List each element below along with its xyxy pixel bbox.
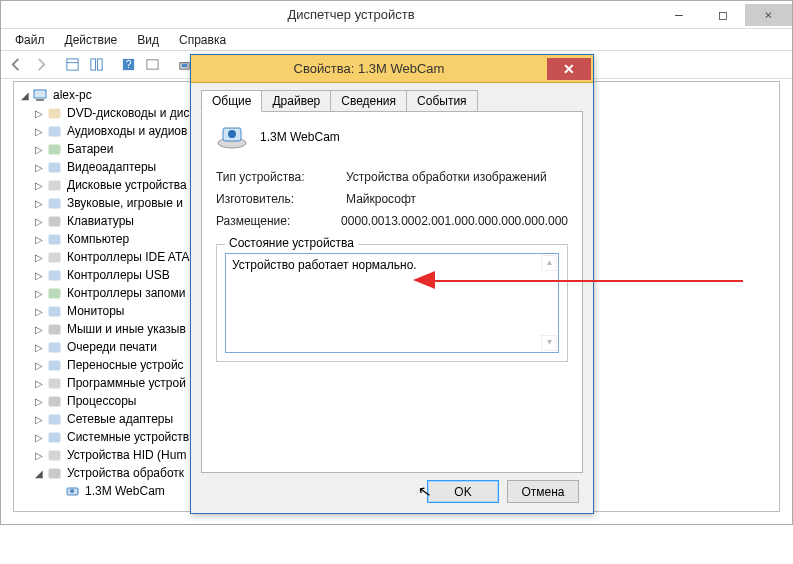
scroll-down-icon[interactable]: ▾ xyxy=(541,335,557,351)
svg-rect-28 xyxy=(49,379,60,388)
svg-point-38 xyxy=(228,130,236,138)
tab-general[interactable]: Общие xyxy=(201,90,262,112)
usb-icon xyxy=(46,267,64,283)
computer-icon xyxy=(32,87,50,103)
computer-icon xyxy=(46,231,64,247)
svg-point-35 xyxy=(70,489,74,493)
svg-rect-18 xyxy=(49,199,60,208)
webcam-icon xyxy=(64,483,82,499)
value-device-type: Устройства обработки изображений xyxy=(346,170,547,184)
sound-icon xyxy=(46,195,64,211)
scroll-up-icon[interactable]: ▴ xyxy=(541,255,557,271)
svg-rect-29 xyxy=(49,397,60,406)
svg-rect-16 xyxy=(49,163,60,172)
main-title: Диспетчер устройств xyxy=(45,7,657,22)
svg-rect-20 xyxy=(49,235,60,244)
hdd-icon xyxy=(46,177,64,193)
svg-rect-14 xyxy=(49,127,60,136)
label-location: Размещение: xyxy=(216,214,341,228)
device-status-text[interactable]: Устройство работает нормально. ▴ ▾ xyxy=(225,253,559,353)
battery-icon xyxy=(46,141,64,157)
toolbar-btn-2[interactable] xyxy=(85,54,107,76)
svg-rect-25 xyxy=(49,325,60,334)
svg-rect-33 xyxy=(49,469,60,478)
value-location: 0000.0013.0002.001.000.000.000.000.000 xyxy=(341,214,568,228)
ok-button[interactable]: OK xyxy=(427,480,499,503)
webcam-large-icon xyxy=(216,122,250,152)
svg-rect-13 xyxy=(49,109,60,118)
imaging-icon xyxy=(46,465,64,481)
device-name: 1.3M WebCam xyxy=(260,130,340,144)
svg-rect-30 xyxy=(49,415,60,424)
close-button[interactable]: × xyxy=(745,4,792,26)
main-titlebar: Диспетчер устройств — □ × xyxy=(1,1,792,29)
toolbar-btn-3[interactable] xyxy=(141,54,163,76)
tab-events[interactable]: События xyxy=(406,90,478,112)
system-icon xyxy=(46,429,64,445)
svg-text:?: ? xyxy=(125,59,131,70)
monitor-icon xyxy=(46,303,64,319)
svg-rect-12 xyxy=(36,99,44,101)
minimize-button[interactable]: — xyxy=(657,4,701,26)
svg-rect-32 xyxy=(49,451,60,460)
svg-rect-22 xyxy=(49,271,60,280)
printer-icon xyxy=(46,339,64,355)
disc-icon xyxy=(46,105,64,121)
storage-icon xyxy=(46,285,64,301)
cancel-button[interactable]: Отмена xyxy=(507,480,579,503)
mouse-icon xyxy=(46,321,64,337)
svg-rect-23 xyxy=(49,289,60,298)
forward-button[interactable] xyxy=(29,54,51,76)
svg-rect-2 xyxy=(90,59,95,70)
software-icon xyxy=(46,375,64,391)
svg-rect-24 xyxy=(49,307,60,316)
svg-rect-3 xyxy=(97,59,102,70)
tab-driver[interactable]: Драйвер xyxy=(261,90,331,112)
keyboard-icon xyxy=(46,213,64,229)
menu-help[interactable]: Справка xyxy=(169,31,236,49)
svg-rect-0 xyxy=(66,59,77,70)
svg-rect-8 xyxy=(181,64,187,68)
svg-rect-21 xyxy=(49,253,60,262)
back-button[interactable] xyxy=(5,54,27,76)
menubar: Файл Действие Вид Справка xyxy=(1,29,792,51)
tab-panel-general: 1.3M WebCam Тип устройства: Устройства о… xyxy=(201,111,583,473)
device-status-group: Состояние устройства Устройство работает… xyxy=(216,244,568,362)
properties-dialog: Свойства: 1.3M WebCam ✕ Общие Драйвер Св… xyxy=(190,54,594,514)
svg-rect-31 xyxy=(49,433,60,442)
value-manufacturer: Майкрософт xyxy=(346,192,416,206)
svg-rect-26 xyxy=(49,343,60,352)
svg-rect-27 xyxy=(49,361,60,370)
svg-rect-6 xyxy=(146,60,157,69)
portable-icon xyxy=(46,357,64,373)
ide-icon xyxy=(46,249,64,265)
svg-rect-15 xyxy=(49,145,60,154)
svg-rect-19 xyxy=(49,217,60,226)
audio-icon xyxy=(46,123,64,139)
dialog-titlebar[interactable]: Свойства: 1.3M WebCam ✕ xyxy=(191,55,593,83)
svg-rect-11 xyxy=(34,90,46,98)
dialog-title: Свойства: 1.3M WebCam xyxy=(191,61,547,76)
cpu-icon xyxy=(46,393,64,409)
menu-view[interactable]: Вид xyxy=(127,31,169,49)
dialog-close-button[interactable]: ✕ xyxy=(547,58,591,80)
label-device-type: Тип устройства: xyxy=(216,170,346,184)
network-icon xyxy=(46,411,64,427)
status-legend: Состояние устройства xyxy=(225,236,358,250)
svg-rect-17 xyxy=(49,181,60,190)
toolbar-btn-1[interactable] xyxy=(61,54,83,76)
menu-file[interactable]: Файл xyxy=(5,31,55,49)
help-button[interactable]: ? xyxy=(117,54,139,76)
dialog-tabs: Общие Драйвер Сведения События xyxy=(201,90,583,112)
menu-action[interactable]: Действие xyxy=(55,31,128,49)
display-icon xyxy=(46,159,64,175)
hid-icon xyxy=(46,447,64,463)
label-manufacturer: Изготовитель: xyxy=(216,192,346,206)
tab-details[interactable]: Сведения xyxy=(330,90,407,112)
maximize-button[interactable]: □ xyxy=(701,4,745,26)
